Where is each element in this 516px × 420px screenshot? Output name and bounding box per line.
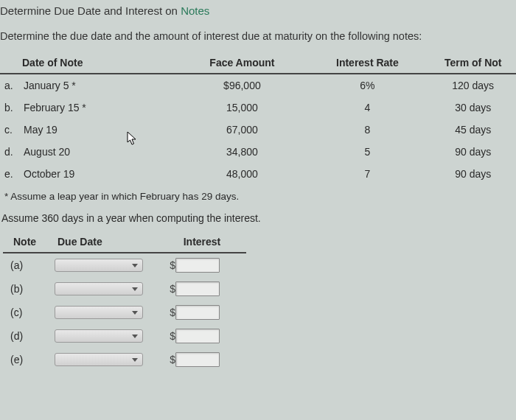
due-date-dropdown[interactable]	[55, 353, 143, 366]
answer-label: (a)	[3, 253, 47, 277]
dollar-sign: $	[165, 307, 175, 318]
note-date: January 5 *	[18, 74, 179, 97]
dollar-sign: $	[165, 283, 175, 295]
table-row: a. January 5 * $96,000 6% 120 days	[0, 74, 516, 97]
interest-input[interactable]	[175, 258, 220, 273]
answer-label: (c)	[3, 301, 47, 324]
answer-label: (e)	[3, 348, 47, 371]
notes-table: Date of Note Face Amount Interest Rate T…	[0, 52, 516, 185]
interest-input[interactable]	[175, 329, 220, 343]
due-date-dropdown[interactable]	[55, 282, 143, 295]
dollar-sign: $	[165, 259, 175, 271]
table-row: d. August 20 34,800 5 90 days	[0, 141, 516, 163]
due-date-dropdown[interactable]	[55, 259, 143, 272]
note-term: 45 days	[430, 119, 516, 141]
header-term: Term of Not	[430, 52, 516, 74]
notes-link[interactable]: Notes	[181, 4, 209, 17]
assumption-text: Assume 360 days in a year when computing…	[0, 206, 516, 231]
answer-label: (b)	[3, 277, 47, 301]
note-date: August 20	[18, 141, 179, 163]
page-title: Determine Due Date and Interest on Notes	[0, 3, 516, 24]
note-letter: e.	[0, 163, 18, 185]
header-rate: Interest Rate	[304, 52, 430, 74]
leap-year-footnote: * Assume a leap year in which February h…	[0, 185, 516, 206]
due-date-dropdown[interactable]	[55, 329, 143, 343]
answer-label: (d)	[3, 324, 47, 348]
answer-header-note: Note	[3, 231, 47, 253]
header-date: Date of Note	[0, 52, 179, 74]
note-face: $96,000	[179, 74, 304, 97]
answer-row: (e) $	[3, 348, 246, 371]
answer-header-interest: Interest	[158, 231, 246, 253]
note-rate: 4	[304, 97, 430, 119]
instructions: Determine the due date and the amount of…	[0, 24, 516, 52]
note-term: 90 days	[430, 163, 516, 185]
note-letter: b.	[0, 97, 18, 119]
note-rate: 5	[304, 141, 430, 163]
note-rate: 6%	[304, 74, 430, 97]
note-term: 90 days	[430, 141, 516, 163]
title-text: Determine Due Date and Interest on	[0, 4, 181, 17]
answer-header-duedate: Due Date	[47, 231, 158, 253]
note-face: 15,000	[179, 97, 304, 119]
answer-row: (b) $	[3, 277, 246, 301]
answer-row: (c) $	[3, 301, 246, 324]
note-rate: 7	[304, 163, 430, 185]
note-face: 67,000	[179, 119, 304, 141]
interest-input[interactable]	[175, 305, 220, 320]
note-rate: 8	[304, 119, 430, 141]
answer-row: (a) $	[3, 253, 246, 277]
dollar-sign: $	[165, 330, 175, 342]
note-date: May 19	[18, 119, 179, 141]
note-letter: a.	[0, 74, 18, 97]
note-letter: c.	[0, 119, 18, 141]
note-letter: d.	[0, 141, 18, 163]
dollar-sign: $	[165, 354, 175, 365]
table-row: b. February 15 * 15,000 4 30 days	[0, 97, 516, 119]
table-row: c. May 19 67,000 8 45 days	[0, 119, 516, 141]
note-face: 48,000	[179, 163, 304, 185]
interest-input[interactable]	[175, 281, 220, 296]
header-face: Face Amount	[179, 52, 304, 74]
interest-input[interactable]	[175, 352, 220, 367]
note-date: February 15 *	[18, 97, 179, 119]
note-term: 120 days	[430, 74, 516, 97]
table-row: e. October 19 48,000 7 90 days	[0, 163, 516, 185]
note-term: 30 days	[430, 97, 516, 119]
answer-row: (d) $	[3, 324, 246, 348]
note-face: 34,800	[179, 141, 304, 163]
answer-table: Note Due Date Interest (a) $ (b) $ (c) $…	[3, 231, 246, 371]
note-date: October 19	[18, 163, 179, 185]
due-date-dropdown[interactable]	[55, 306, 143, 319]
